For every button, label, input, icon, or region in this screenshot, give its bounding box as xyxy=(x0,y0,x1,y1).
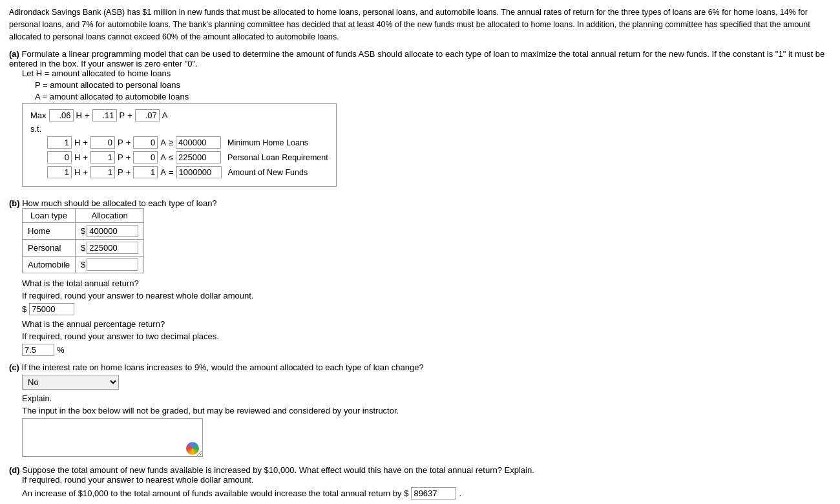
part-d-question: Suppose the total amount of new funds av… xyxy=(22,465,534,475)
part-b-label: (b) xyxy=(9,198,20,208)
c1-var-p: P xyxy=(118,138,123,147)
not-graded-note: The input in the box below will not be g… xyxy=(22,406,831,415)
c2-plus1: + xyxy=(83,152,88,162)
c2-var-p: P xyxy=(118,152,123,162)
max-label: Max xyxy=(30,110,47,120)
alloc-home-input[interactable] xyxy=(87,225,138,237)
increase-text-suffix: . xyxy=(459,488,461,498)
table-row: Home $ xyxy=(23,223,144,240)
alloc-automobile-input[interactable] xyxy=(87,258,138,271)
c2-plus2: + xyxy=(126,152,131,162)
c1-rhs[interactable] xyxy=(176,136,221,149)
constraint-row-2: H + P + A ≤ Personal Loan Requirement xyxy=(30,151,328,163)
obj-var-p: P xyxy=(120,110,125,120)
let-a: A = amount allocated to automobile loans xyxy=(35,92,831,101)
loan-automobile: Automobile xyxy=(23,257,76,273)
increase-text-prefix: An increase of $10,000 to the total amou… xyxy=(22,488,408,498)
obj-plus2: + xyxy=(127,110,132,120)
intro-paragraph: Adirondack Savings Bank (ASB) has $1 mil… xyxy=(9,6,831,43)
loan-personal: Personal xyxy=(23,240,76,257)
dollar-home: $ xyxy=(81,226,85,236)
part-a-label: (a) xyxy=(9,49,19,59)
c1-op: ≥ xyxy=(169,138,173,147)
constraint-row-1: H + P + A ≥ Minimum Home Loans xyxy=(30,136,328,149)
table-header-loan: Loan type xyxy=(23,209,76,223)
alloc-personal-input[interactable] xyxy=(87,242,138,254)
part-d-round-note: If required, round your answer to neares… xyxy=(22,475,831,485)
allocation-table: Loan type Allocation Home $ Personal $ xyxy=(22,208,144,273)
st-label-row: s.t. xyxy=(30,124,328,134)
c3-plus2: + xyxy=(126,167,131,177)
st-label: s.t. xyxy=(30,124,45,134)
obj-plus1: + xyxy=(85,110,90,120)
annual-pct-input[interactable] xyxy=(22,344,54,356)
c1-var-h: H xyxy=(74,138,80,147)
c1-plus2: + xyxy=(126,138,131,147)
c2-coeff-p[interactable] xyxy=(90,151,115,163)
total-return-prefix: $ xyxy=(22,304,26,314)
c2-op: ≤ xyxy=(169,152,173,162)
c3-var-a: A xyxy=(160,167,166,177)
c1-plus1: + xyxy=(83,138,88,147)
q-annual-pct: What is the annual percentage return? xyxy=(22,319,831,329)
part-c-label: (c) xyxy=(9,362,19,372)
explain-label: Explain. xyxy=(22,394,831,403)
c2-rhs[interactable] xyxy=(176,151,221,163)
obj-var-a: A xyxy=(162,110,168,120)
c3-coeff-a[interactable] xyxy=(133,166,158,178)
part-b-question: How much should be allocated to each typ… xyxy=(22,198,216,208)
part-c-dropdown[interactable]: No Yes xyxy=(22,375,119,390)
c1-coeff-h[interactable] xyxy=(47,136,72,149)
round-note-decimal: If required, round your answer to two de… xyxy=(22,331,831,341)
alloc-automobile-cell: $ xyxy=(76,257,144,273)
c2-var-a: A xyxy=(160,152,166,162)
obj-coeff-a-input[interactable] xyxy=(135,109,160,121)
part-d-label: (d) xyxy=(9,465,20,475)
part-a-question: Formulate a linear programming model tha… xyxy=(9,49,824,68)
c3-plus1: + xyxy=(83,167,88,177)
dollar-automobile: $ xyxy=(81,260,85,269)
c1-coeff-a[interactable] xyxy=(133,136,158,149)
alloc-personal-cell: $ xyxy=(76,240,144,257)
let-h: Let H = amount allocated to home loans xyxy=(22,68,831,78)
table-header-alloc: Allocation xyxy=(76,209,144,223)
c3-var-p: P xyxy=(118,167,123,177)
explain-textarea[interactable] xyxy=(22,418,203,457)
total-return-input[interactable] xyxy=(29,303,74,315)
c3-coeff-h[interactable] xyxy=(47,166,72,178)
constraint-row-3: H + P + A = Amount of New Funds xyxy=(30,166,328,178)
round-note-dollar: If required, round your answer to neares… xyxy=(22,291,831,300)
loan-home: Home xyxy=(23,223,76,240)
table-row: Automobile $ xyxy=(23,257,144,273)
total-return-row: $ xyxy=(22,303,831,315)
let-p: P = amount allocated to personal loans xyxy=(35,80,831,90)
alloc-home-cell: $ xyxy=(76,223,144,240)
increase-value-input[interactable] xyxy=(411,487,456,499)
table-row: Personal $ xyxy=(23,240,144,257)
annual-pct-row: % xyxy=(22,344,831,356)
c1-coeff-p[interactable] xyxy=(90,136,115,149)
objective-row: Max H + P + A xyxy=(30,109,328,121)
c2-coeff-h[interactable] xyxy=(47,151,72,163)
c3-coeff-p[interactable] xyxy=(90,166,115,178)
c3-rhs[interactable] xyxy=(176,166,222,178)
c2-coeff-a[interactable] xyxy=(133,151,158,163)
c3-var-h: H xyxy=(74,167,80,177)
explain-textarea-container xyxy=(22,418,203,459)
c1-desc: Minimum Home Loans xyxy=(227,138,308,147)
dollar-personal: $ xyxy=(81,243,85,253)
obj-var-h: H xyxy=(76,110,82,120)
q-total-return: What is the total annual return? xyxy=(22,278,831,288)
part-c-question: If the interest rate on home loans incre… xyxy=(22,362,424,372)
c2-var-h: H xyxy=(74,152,80,162)
c1-var-a: A xyxy=(160,138,166,147)
c3-desc: Amount of New Funds xyxy=(228,168,308,177)
c3-op: = xyxy=(169,167,174,177)
lp-model-box: Max H + P + A s.t. H + P + A ≥ Minimum H xyxy=(22,103,337,187)
obj-coeff-h-input[interactable] xyxy=(49,109,74,121)
c2-desc: Personal Loan Requirement xyxy=(227,153,328,162)
increase-text-row: An increase of $10,000 to the total amou… xyxy=(22,487,831,499)
pct-suffix-b: % xyxy=(57,345,65,355)
obj-coeff-p-input[interactable] xyxy=(92,109,117,121)
